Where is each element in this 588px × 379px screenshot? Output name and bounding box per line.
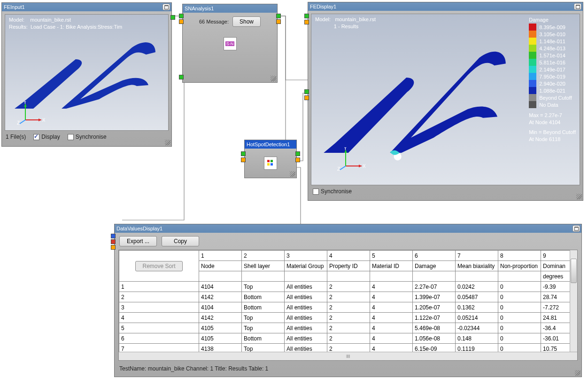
maximize-icon[interactable] (162, 4, 170, 10)
column-unit (370, 271, 413, 282)
port-in[interactable] (304, 89, 309, 94)
feinput-panel[interactable]: FEInput1 Model: mountain_bike.rst Result… (1, 2, 172, 147)
axes-icon: X Y Z (17, 101, 45, 125)
svg-text:Y: Y (23, 101, 27, 105)
column-number[interactable]: 1 (199, 251, 242, 261)
column-header[interactable]: Damage (413, 261, 456, 271)
port-out[interactable] (295, 158, 300, 162)
column-unit (498, 271, 541, 282)
column-header[interactable]: Property ID (327, 261, 370, 271)
value: mountain_bike.rst (30, 17, 71, 23)
fedisplay-panel[interactable]: FEDisplay1 Model: mountain_bike.rst 1 - … (308, 2, 583, 201)
synchronise-checkbox[interactable]: Synchronise (68, 134, 107, 140)
sn-icon[interactable]: S-N (224, 37, 237, 50)
resize-grip[interactable] (271, 76, 276, 81)
column-header[interactable]: Non-proportion (498, 261, 541, 271)
display-checkbox[interactable]: Display (33, 134, 60, 140)
table-row[interactable]: 44142TopAll entities241.122e-070.0521402… (119, 313, 570, 323)
column-header[interactable]: Shell layer (242, 261, 285, 271)
fedisplay-titlebar[interactable]: FEDisplay1 (308, 2, 583, 11)
column-header[interactable]: Node (199, 261, 242, 271)
legend-row: 2.940e-020 (529, 80, 576, 87)
port-in[interactable] (111, 245, 116, 250)
legend-row: Beyond Cutoff (529, 94, 576, 101)
column-header[interactable]: Dominan (541, 261, 570, 271)
table-row[interactable]: 24142BottomAll entities241.399e-070.0548… (119, 292, 570, 302)
show-button[interactable]: Show (232, 16, 261, 27)
hotspot-icon[interactable] (264, 157, 277, 170)
horizontal-scrollbar[interactable]: ⦀⦀ (119, 352, 577, 360)
port-in[interactable] (304, 14, 309, 18)
column-header[interactable]: Material Group (285, 261, 327, 271)
min-value: Min = Beyond Cutoff (529, 129, 576, 136)
port-in[interactable] (241, 158, 246, 162)
table-row[interactable]: 14104TopAll entities242.27e-070.02420-9.… (119, 282, 570, 292)
resize-grip[interactable] (575, 370, 580, 376)
column-number[interactable]: 9 (541, 251, 570, 261)
hotspot-panel[interactable]: HotSpotDetection1 (244, 140, 297, 178)
column-unit (242, 271, 285, 282)
feinput-titlebar[interactable]: FEInput1 (2, 3, 171, 11)
table-row[interactable]: 34104BottomAll entities241.205e-070.1362… (119, 302, 570, 313)
hotspot-titlebar[interactable]: HotSpotDetection1 (245, 140, 296, 149)
datapanel-titlebar[interactable]: DataValuesDisplay1 (115, 224, 581, 233)
table-row[interactable]: 64105BottomAll entities241.056e-080.1480… (119, 333, 570, 344)
snanalysis-titlebar[interactable]: SNAnalysis1 (183, 4, 277, 13)
fedisplay-viewport[interactable]: Model: mountain_bike.rst 1 - Results X Y… (311, 14, 580, 185)
port-in[interactable] (241, 151, 246, 156)
port-in[interactable] (111, 239, 116, 244)
status-line: TestName: mountain_bike Channel: 1 Title… (115, 363, 581, 374)
port-in[interactable] (304, 95, 309, 100)
svg-rect-10 (267, 163, 270, 166)
resize-grip[interactable] (165, 140, 170, 145)
synchronise-checkbox[interactable]: Synchronise (313, 188, 352, 195)
svg-line-4 (20, 120, 25, 124)
port-out[interactable] (276, 19, 281, 24)
column-number[interactable]: 5 (370, 251, 413, 261)
column-number[interactable]: 7 (456, 251, 498, 261)
data-values-panel[interactable]: DataValuesDisplay1 Export ... Copy Remov… (114, 224, 582, 377)
column-number[interactable]: 8 (498, 251, 541, 261)
column-number[interactable]: 4 (327, 251, 370, 261)
legend-row: 7.950e-019 (529, 73, 576, 80)
port-in[interactable] (179, 75, 184, 79)
column-number[interactable]: 3 (285, 251, 327, 261)
resize-grip[interactable] (290, 171, 295, 177)
export-button[interactable]: Export ... (119, 236, 157, 246)
svg-rect-11 (271, 163, 273, 166)
snanalysis-panel[interactable]: SNAnalysis1 66 Message: Show S-N (182, 4, 278, 83)
svg-line-17 (340, 166, 346, 170)
svg-text:X: X (363, 164, 365, 169)
svg-text:X: X (42, 118, 45, 123)
column-unit (413, 271, 456, 282)
port-out[interactable] (170, 15, 175, 20)
remove-sort-button[interactable]: Remove Sort (135, 261, 182, 271)
port-out[interactable] (276, 14, 281, 18)
port-in[interactable] (111, 234, 116, 238)
copy-button[interactable]: Copy (162, 236, 199, 246)
file-count: 1 File(s) (6, 134, 26, 140)
table-row[interactable]: 74138TopAll entities246.15e-090.1119010.… (119, 344, 570, 352)
legend-row: 1.571e-014 (529, 52, 576, 59)
column-number[interactable]: 2 (242, 251, 285, 261)
maximize-icon[interactable] (574, 3, 581, 10)
maximize-icon[interactable] (573, 225, 580, 232)
max-node: At Node 4104 (529, 119, 576, 126)
column-unit (199, 271, 242, 282)
svg-text:Y: Y (344, 147, 347, 151)
resize-grip[interactable] (576, 194, 582, 199)
port-out[interactable] (295, 151, 300, 156)
column-header[interactable]: Mean biaxiality (456, 261, 498, 271)
fedisplay-title: FEDisplay1 (310, 2, 336, 11)
column-header[interactable]: Material ID (370, 261, 413, 271)
port-in[interactable] (179, 14, 184, 18)
port-in[interactable] (304, 20, 309, 24)
data-grid[interactable]: Remove Sort123456789NodeShell layerMater… (118, 250, 578, 361)
axes-icon: X Y Z (337, 147, 365, 171)
vertical-scrollbar[interactable] (570, 250, 577, 352)
port-in[interactable] (179, 19, 184, 24)
feinput-viewport[interactable]: Model: mountain_bike.rst Results: Load C… (5, 14, 169, 131)
table-row[interactable]: 54105TopAll entities245.469e-08-0.023440… (119, 323, 570, 333)
legend-row: No Data (529, 101, 576, 108)
column-number[interactable]: 6 (413, 251, 456, 261)
